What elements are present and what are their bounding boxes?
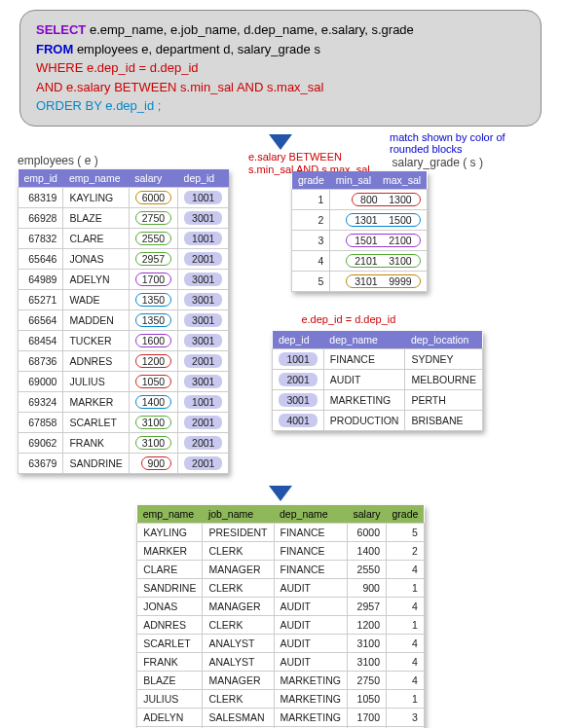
- col-emp_name: emp_name: [63, 169, 129, 188]
- table-row: MARKERCLERKFINANCE14002: [137, 541, 425, 560]
- table-row: 53101 9999: [292, 271, 427, 291]
- table-row: 1001FINANCESYDNEY: [273, 348, 482, 369]
- table-row: 66928BLAZE27503001: [19, 207, 229, 228]
- table-row: 68454TUCKER16003001: [19, 330, 229, 350]
- order-clause: e.dep_id ;: [102, 98, 162, 113]
- where-clause: e.dep_id = d.dep_id: [83, 60, 198, 75]
- table-row: FRANKANALYSTAUDIT31004: [137, 652, 425, 671]
- table-row: 67832CLARE25501001: [19, 228, 229, 248]
- table-row: ADNRESCLERKAUDIT12001: [137, 615, 425, 634]
- kw-order: ORDER BY: [36, 98, 102, 113]
- table-row: SANDRINECLERKAUDIT9001: [137, 578, 425, 597]
- result-table: emp_namejob_namedep_namesalarygrade KAYL…: [136, 505, 425, 729]
- match-note: match shown by color of rounded blocks: [390, 131, 541, 155]
- and-clause: e.salary BETWEEN s.min_sal AND s.max_sal: [62, 80, 323, 94]
- table-row: JONASMANAGERAUDIT29574: [137, 597, 425, 615]
- table-row: 69324MARKER14001001: [19, 391, 229, 412]
- table-row: 65271WADE13503001: [19, 289, 229, 309]
- employees-block: employees ( e ) emp_idemp_namesalarydep_…: [18, 154, 229, 476]
- table-row: 1800 1300: [292, 189, 427, 209]
- salary-grade-table: grademin_salmax_sal 1800 130021301 15003…: [291, 171, 427, 292]
- kw-and: AND: [36, 80, 62, 94]
- dep-join-annot: e.dep_id = d.dep_id: [301, 313, 531, 325]
- arrow-down-icon: [269, 486, 292, 501]
- sql-query-box: SELECT e.emp_name, e.job_name, d.dep_nam…: [19, 10, 542, 127]
- table-row: 3001MARKETINGPERTH: [273, 389, 482, 410]
- table-row: JULIUSCLERKMARKETING10501: [137, 689, 425, 708]
- table-row: 69000JULIUS10503001: [19, 371, 229, 391]
- col-salary: salary: [129, 169, 177, 188]
- table-row: 42101 3100: [292, 250, 427, 271]
- table-row: 63679SANDRINE9002001: [19, 453, 229, 473]
- table-row: 21301 1500: [292, 209, 427, 230]
- table-row: 31501 2100: [292, 230, 427, 250]
- table-row: ADELYNSALESMANMARKETING17003: [137, 708, 425, 726]
- arrow-down-icon: [269, 134, 292, 150]
- table-row: CLAREMANAGERFINANCE25504: [137, 560, 425, 578]
- table-row: BLAZEMANAGERMARKETING27504: [137, 671, 425, 689]
- table-row: 64989ADELYN17003001: [19, 269, 229, 289]
- table-row: 69062FRANK31002001: [19, 432, 229, 453]
- col-emp_id: emp_id: [19, 169, 63, 188]
- kw-where: WHERE: [36, 60, 83, 75]
- department-table: dep_iddep_namedep_location 1001FINANCESY…: [272, 331, 482, 431]
- table-row: KAYLINGPRESIDENTFINANCE60005: [137, 523, 425, 541]
- select-cols: e.emp_name, e.job_name, d.dep_name, e.sa…: [86, 22, 414, 37]
- table-row: 67858SCARLET31002001: [19, 412, 229, 432]
- kw-select: SELECT: [36, 22, 86, 37]
- table-row: SCARLETANALYSTAUDIT31004: [137, 634, 425, 652]
- table-row: 68736ADNRES12002001: [19, 350, 229, 371]
- table-row: 2001AUDITMELBOURNE: [273, 369, 482, 389]
- from-tables: employees e, department d, salary_grade …: [73, 42, 320, 56]
- salary-grade-label: salary_grade ( s ): [252, 156, 482, 169]
- table-row: 68319KAYLING60001001: [19, 187, 229, 207]
- col-dep_id: dep_id: [178, 169, 229, 188]
- employees-table: emp_idemp_namesalarydep_id 68319KAYLING6…: [18, 169, 229, 474]
- table-row: 66564MADDEN13503001: [19, 309, 229, 330]
- kw-from: FROM: [36, 42, 73, 56]
- employees-label: employees ( e ): [18, 154, 229, 167]
- table-row: 4001PRODUCTIONBRISBANE: [273, 410, 482, 430]
- table-row: 65646JONAS29572001: [19, 248, 229, 269]
